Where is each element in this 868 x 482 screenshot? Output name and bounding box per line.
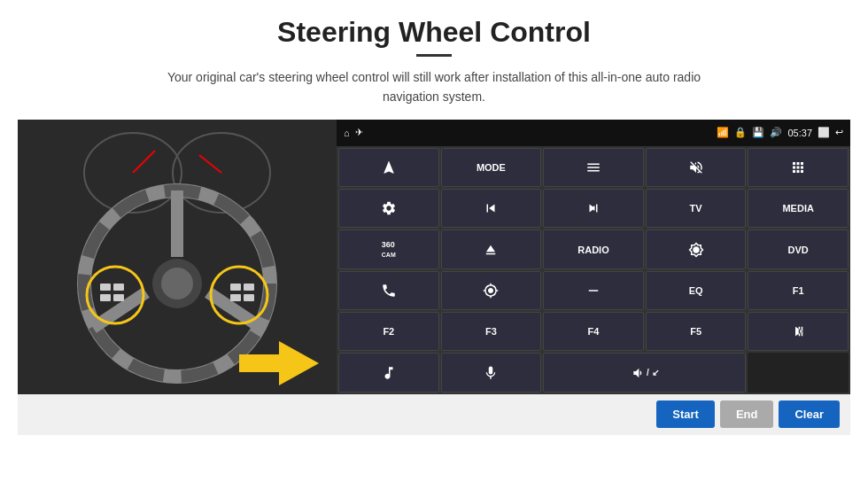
bt-icon: 🔊 (770, 127, 782, 138)
button-grid: MODE TV (337, 146, 850, 394)
btn-brightness[interactable] (646, 229, 747, 268)
btn-prev[interactable] (441, 189, 542, 228)
home-icon[interactable]: ⌂ (344, 128, 350, 138)
btn-phone[interactable] (338, 271, 439, 310)
btn-tv[interactable]: TV (646, 189, 747, 228)
svg-rect-14 (100, 284, 111, 291)
clock: 05:37 (787, 128, 812, 138)
btn-radio[interactable]: RADIO (543, 229, 644, 268)
svg-rect-18 (230, 284, 241, 291)
sd-icon: 💾 (752, 127, 764, 138)
status-bar-left: ⌂ ✈ (344, 127, 363, 138)
back-icon[interactable]: ↩ (835, 127, 843, 138)
svg-rect-23 (239, 354, 283, 372)
svg-rect-21 (244, 294, 254, 301)
btn-settings[interactable] (338, 189, 439, 228)
btn-f1[interactable]: F1 (748, 271, 849, 310)
btn-eq[interactable]: EQ (646, 271, 747, 310)
bottom-bar: Start End Clear (18, 394, 850, 435)
btn-mode[interactable]: MODE (441, 148, 542, 187)
screen-icon: ⬜ (818, 127, 830, 138)
btn-empty1 (748, 353, 849, 392)
page-container: Steering Wheel Control Your original car… (0, 0, 868, 482)
svg-rect-15 (100, 294, 111, 301)
btn-music[interactable] (338, 353, 439, 392)
btn-gps[interactable] (441, 271, 542, 310)
clear-button[interactable]: Clear (779, 400, 840, 428)
btn-media[interactable]: MEDIA (748, 189, 849, 228)
btn-eject[interactable] (441, 229, 542, 268)
status-bar: ⌂ ✈ 📶 🔒 💾 🔊 05:37 ⬜ ↩ (337, 120, 850, 146)
status-bar-right: 📶 🔒 💾 🔊 05:37 ⬜ ↩ (717, 127, 843, 138)
btn-mute[interactable] (646, 148, 747, 187)
btn-navigation[interactable] (338, 148, 439, 187)
btn-playpause[interactable] (748, 312, 849, 351)
btn-360[interactable]: 360CAM (338, 229, 439, 268)
svg-rect-16 (113, 284, 124, 291)
end-button[interactable]: End (720, 400, 774, 428)
btn-dash[interactable] (543, 271, 644, 310)
start-button[interactable]: Start (656, 400, 715, 428)
wifi-icon: 📶 (717, 127, 729, 138)
svg-rect-19 (230, 294, 241, 301)
btn-f2[interactable]: F2 (338, 312, 439, 351)
btn-dvd[interactable]: DVD (748, 229, 849, 268)
title-divider (416, 54, 452, 57)
btn-next[interactable] (543, 189, 644, 228)
svg-rect-17 (113, 294, 124, 301)
svg-point-11 (161, 268, 193, 299)
send-icon: ✈ (355, 127, 363, 138)
btn-menu[interactable] (543, 148, 644, 187)
btn-f5[interactable]: F5 (646, 312, 747, 351)
steering-wheel-image (18, 120, 337, 394)
btn-apps[interactable] (748, 148, 849, 187)
android-panel: ⌂ ✈ 📶 🔒 💾 🔊 05:37 ⬜ ↩ (337, 120, 850, 394)
lock-icon: 🔒 (734, 127, 747, 138)
btn-f3[interactable]: F3 (441, 312, 542, 351)
btn-mic[interactable] (441, 353, 542, 392)
page-title: Steering Wheel Control (277, 16, 591, 49)
content-row: ⌂ ✈ 📶 🔒 💾 🔊 05:37 ⬜ ↩ (18, 120, 850, 394)
btn-f4[interactable]: F4 (543, 312, 644, 351)
svg-rect-20 (244, 284, 254, 291)
btn-voldown[interactable]: / ↙ (543, 353, 746, 392)
subtitle: Your original car's steering wheel contr… (159, 67, 709, 107)
